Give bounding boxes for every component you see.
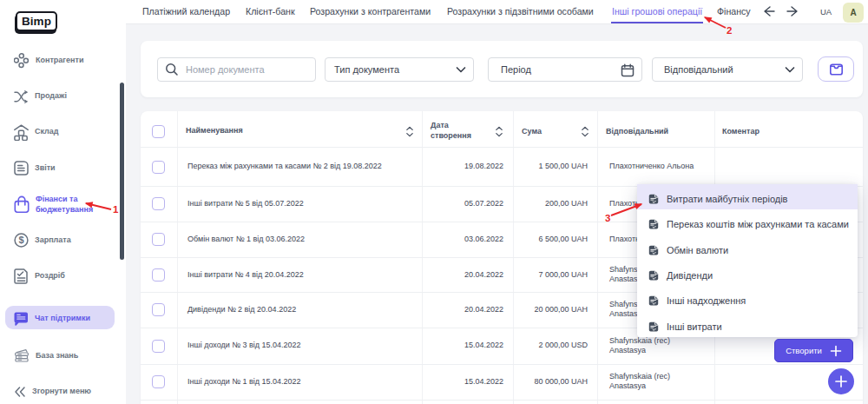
svg-text:1: 1 xyxy=(113,204,119,215)
svg-text:3: 3 xyxy=(605,213,610,223)
svg-text:2: 2 xyxy=(727,25,732,36)
